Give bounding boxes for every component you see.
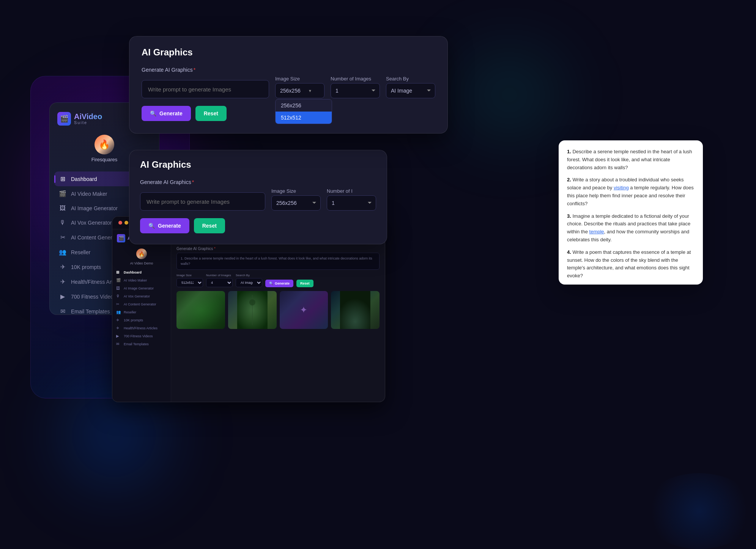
search-by-select-main[interactable]: AI ImageStock Image <box>386 83 435 98</box>
logo-icon: 🎬 <box>57 112 71 126</box>
bc-search-by-select[interactable]: AI Image <box>236 278 262 287</box>
bc-prompt-text[interactable]: 1. Describe a serene temple nestled in t… <box>176 253 380 270</box>
image-size-select-mid[interactable]: 256x256512x512 <box>271 195 321 211</box>
sidebar-label-reseller: Reseller <box>71 249 90 255</box>
sidebar-label-700-fitness: 700 Fitness Videos <box>71 294 116 300</box>
bc-search-by-label: Search By <box>236 274 262 277</box>
bs-nav-label-video: AI Video Maker <box>124 278 147 282</box>
bs-nav-prompts[interactable]: ✈ 10K prompts <box>112 316 171 324</box>
sidebar-label-10k-prompts: 10K prompts <box>71 264 101 270</box>
avatar: 🔥 <box>94 135 114 154</box>
image-size-dropdown[interactable]: 256x256 ▼ 256x256 512x512 <box>275 83 324 98</box>
generate-button-mid[interactable]: 🔍 Generate <box>140 218 189 233</box>
bs-dashboard-icon: ⊞ <box>116 270 121 274</box>
svg-point-2 <box>249 299 255 305</box>
bs-nav-email[interactable]: ✉ Email Templates <box>112 340 171 348</box>
mid-panel-title: AI Graphics <box>140 159 376 170</box>
bs-avatar: 🔥 <box>136 249 147 259</box>
reset-button-mid[interactable]: Reset <box>194 218 225 233</box>
bs-nav-vox[interactable]: 🎙 AI Vox Generator <box>112 292 171 300</box>
bc-image-size-select[interactable]: 512x512256x256 <box>176 278 203 287</box>
bs-content-icon: ✂ <box>116 302 121 306</box>
fitness-icon: ▶ <box>59 293 66 300</box>
bs-vox-icon: 🎙 <box>116 294 121 298</box>
bc-image-size-label: Image Size <box>176 274 203 277</box>
bs-nav-label-content: AI Content Generator <box>124 302 156 306</box>
image-gen-icon: 🖼 <box>59 205 66 212</box>
image-size-group-mid: Image Size 256x256512x512 <box>271 188 321 211</box>
image-size-label-mid: Image Size <box>271 188 321 194</box>
bs-nav-image-gen[interactable]: 🖼 AI Image Generator <box>112 284 171 292</box>
email-icon: ✉ <box>59 308 66 315</box>
generate-button-main[interactable]: 🔍 Generate <box>142 106 191 121</box>
dot-minimize[interactable] <box>124 221 128 225</box>
bc-generate-button[interactable]: 🔍 Generate <box>265 280 293 287</box>
prompt-input-mid[interactable] <box>140 192 265 211</box>
bs-nav-label-prompts: 10K prompts <box>124 318 143 322</box>
prompts-panel: 1. Describe a serene temple nestled in t… <box>559 140 703 285</box>
main-panel: AI Graphics Generate AI Graphics* Image … <box>129 36 448 134</box>
num-images-label-mid: Number of I <box>327 188 376 194</box>
form-row-mid: Image Size 256x256512x512 Number of I 12… <box>140 188 376 211</box>
content-icon: ✂ <box>59 234 66 241</box>
main-panel-title: AI Graphics <box>142 47 435 58</box>
bc-form-row: Image Size 512x512256x256 Number of Imag… <box>176 274 380 287</box>
bs-nav-label-health: Health/Fitness Articles <box>124 326 158 330</box>
generate-label: Generate AI Graphics* <box>142 67 435 73</box>
bs-nav-health[interactable]: ✈ Health/Fitness Articles <box>112 324 171 332</box>
sidebar-label-email-templates: Email Templates <box>71 308 110 315</box>
num-images-select-mid[interactable]: 123 <box>327 195 376 211</box>
bc-image-2 <box>228 291 277 329</box>
bs-nav-label-vox: AI Vox Generator <box>124 294 150 298</box>
sidebar-label-ai-vox-generator: AI Vox Generator <box>71 220 112 226</box>
sidebar-label-dashboard: Dashboard <box>71 176 97 182</box>
generate-label-mid: Generate AI Graphics* <box>140 179 376 185</box>
dashboard-icon: ⊞ <box>59 175 66 182</box>
dot-close[interactable] <box>118 221 122 225</box>
num-images-label-main: Number of Images <box>331 76 380 82</box>
bs-nav-label-reseller: Reseller <box>124 310 136 314</box>
option-512[interactable]: 512x512 <box>276 112 332 124</box>
prompt-input-main[interactable] <box>142 80 269 98</box>
bs-nav-content[interactable]: ✂ AI Content Generator <box>112 300 171 308</box>
image-size-value: 256x256 <box>280 88 301 94</box>
bc-image-size-group: Image Size 512x512256x256 <box>176 274 203 287</box>
vox-icon: 🎙 <box>59 219 66 226</box>
prompt-item-3: 3. Imagine a temple dedicated to a ficti… <box>567 212 695 244</box>
bs-nav-dashboard[interactable]: ⊞ Dashboard <box>112 268 171 276</box>
mid-panel: AI Graphics Generate AI Graphics* Image … <box>129 150 387 244</box>
num-images-select-main[interactable]: 1234 <box>331 83 380 98</box>
bs-nav-video-maker[interactable]: 🎬 AI Video Maker <box>112 276 171 284</box>
bc-image-3 <box>280 291 328 329</box>
bc-search-by-group: Search By AI Image <box>236 274 262 287</box>
sidebar-label-ai-video-maker: AI Video Maker <box>71 191 107 197</box>
video-maker-icon: 🎬 <box>59 190 66 197</box>
bc-search-icon: 🔍 <box>269 282 273 285</box>
image-size-dropdown-menu: 256x256 512x512 <box>275 99 332 124</box>
logo-text: AiVideo Suite <box>74 113 102 125</box>
bs-nav-fitness[interactable]: ▶ 700 Fitness Videos <box>112 332 171 340</box>
image-size-label-main: Image Size <box>275 76 324 82</box>
bs-nav-label-fitness: 700 Fitness Videos <box>124 334 153 338</box>
logo-title: AiVideo <box>74 113 102 120</box>
bs-prompts-icon: ✈ <box>116 318 121 322</box>
sidebar-label-ai-image-generator: AI Image Generator <box>71 205 118 211</box>
svg-rect-3 <box>340 291 370 329</box>
num-images-group-main: Number of Images 1234 <box>331 76 380 98</box>
bs-reseller-icon: 👥 <box>116 310 121 314</box>
bc-reset-button[interactable]: Reset <box>296 280 313 287</box>
bs-nav-reseller[interactable]: 👥 Reseller <box>112 308 171 316</box>
search-icon: 🔍 <box>150 110 156 116</box>
prompt-item-1: 1. Describe a serene temple nestled in t… <box>567 148 695 171</box>
bs-image-icon: 🖼 <box>116 286 121 290</box>
bc-num-images-label: Number of Images <box>206 274 233 277</box>
logo-subtitle: Suite <box>74 120 102 125</box>
search-icon-mid: 🔍 <box>148 223 155 229</box>
bc-image-4 <box>331 291 380 329</box>
reset-button-main[interactable]: Reset <box>195 106 227 121</box>
bc-num-images-select[interactable]: 4123 <box>206 278 233 287</box>
option-256[interactable]: 256x256 <box>276 99 332 112</box>
health-icon: ✈ <box>59 278 66 285</box>
form-row-main: Image Size 256x256 ▼ 256x256 512x512 Num… <box>142 76 435 98</box>
reseller-icon: 👥 <box>59 249 66 256</box>
